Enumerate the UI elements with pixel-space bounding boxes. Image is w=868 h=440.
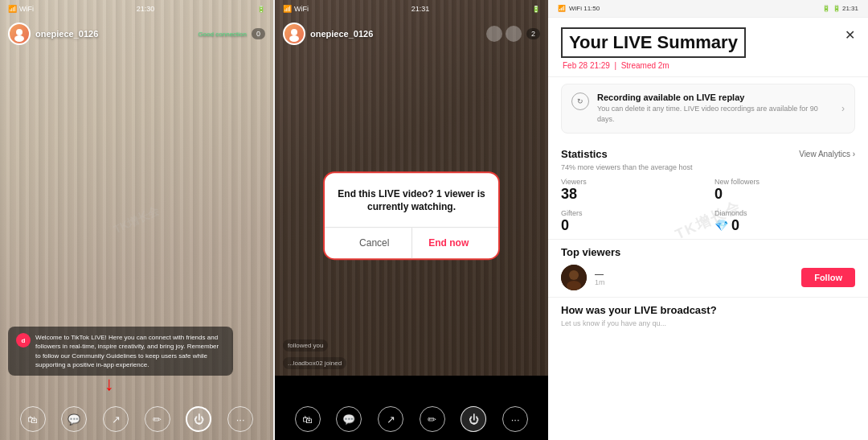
recording-description: You can delete it any time. LIVE video r… <box>597 104 833 124</box>
summary-signal-icon: 📶 <box>558 5 566 12</box>
phone2-shop-icon[interactable]: 🛍 <box>295 406 321 432</box>
svg-point-3 <box>289 35 299 42</box>
viewers-stat: Viewers 38 <box>561 178 702 203</box>
stats-subtitle: 74% more viewers than the average host <box>561 163 855 171</box>
summary-date: Feb 28 21:29 <box>563 61 610 70</box>
phone2-wifi-icon: WiFi <box>294 5 309 13</box>
comment-icon[interactable]: 💬 <box>61 406 87 432</box>
diamonds-stat: Diamonds 💎 0 <box>714 209 855 234</box>
svg-point-6 <box>567 281 581 290</box>
new-followers-stat: New followers 0 <box>714 178 855 203</box>
feedback-title: How was your LIVE broadcast? <box>561 304 855 316</box>
statistics-section: Statistics View Analytics › 74% more vie… <box>548 140 868 239</box>
cancel-button[interactable]: Cancel <box>338 228 412 258</box>
phone2-share-icon[interactable]: ↗ <box>378 406 403 432</box>
svg-point-1 <box>14 35 24 42</box>
summary-status-time: WiFi 11:50 <box>569 5 600 12</box>
view-analytics-link[interactable]: View Analytics › <box>799 150 855 158</box>
stats-title: Statistics <box>561 148 608 160</box>
phone1-status-bar: 📶 WiFi 21:30 🔋 <box>0 0 273 18</box>
phone2-username: onepiece_0126 <box>310 29 373 39</box>
summary-title-block: Your LIVE Summary Feb 28 21:29 | Streame… <box>561 27 746 70</box>
phone2-header: onepiece_0126 2 <box>275 18 548 50</box>
top-viewers-section: Top viewers — 1m Follow <box>548 239 868 297</box>
viewer-avatar <box>561 265 587 290</box>
top-viewer-row: — 1m Follow <box>561 265 855 290</box>
phone1-wifi-icon: WiFi <box>19 5 34 13</box>
phone2-power-button[interactable]: ⏻ <box>461 406 486 432</box>
phone2-avatar <box>283 23 305 45</box>
summary-status-bar: 📶 WiFi 11:50 🔋 🔋 21:31 <box>548 0 868 18</box>
dialog-title: End this LIVE video? 1 viewer is current… <box>338 187 485 215</box>
shop-icon[interactable]: 🛍 <box>20 406 46 432</box>
edit-icon[interactable]: ✏ <box>145 406 170 432</box>
summary-streamed: Streamed 2m <box>621 61 669 70</box>
dialog-buttons: Cancel End now <box>338 228 485 258</box>
more-icon[interactable]: ··· <box>227 406 253 432</box>
feedback-section: How was your LIVE broadcast? Let us know… <box>548 297 868 334</box>
svg-point-5 <box>569 270 579 280</box>
diamond-icon: 💎 <box>714 219 728 232</box>
top-viewers-title: Top viewers <box>561 246 855 258</box>
summary-header: Your LIVE Summary Feb 28 21:29 | Streame… <box>548 18 868 77</box>
phone2-status-right: 🔋 <box>532 6 540 13</box>
gifters-value: 0 <box>561 217 702 234</box>
viewers-label: Viewers <box>561 178 702 186</box>
new-followers-value: 0 <box>714 186 855 203</box>
replay-icon: ↻ <box>571 93 589 110</box>
phone2-edit-icon[interactable]: ✏ <box>420 406 445 432</box>
gifters-label: Gifters <box>561 209 702 217</box>
stats-grid: Viewers 38 New followers 0 Gifters 0 Dia… <box>561 178 855 234</box>
phone2-header-right: 2 <box>486 26 540 42</box>
phone1-status-right: 🔋 <box>257 6 265 13</box>
phone2-status-left: 📶 WiFi <box>283 5 309 13</box>
svg-point-0 <box>16 29 23 35</box>
welcome-text: Welcome to TikTok LIVE! Here you can con… <box>35 333 225 369</box>
live-summary-subtitle: Feb 28 21:29 | Streamed 2m <box>561 61 746 70</box>
phone1-username: onepiece_0126 <box>35 29 98 39</box>
chat-message-2: ...loadbox02 joined <box>283 357 346 369</box>
phone2-toolbar[interactable]: 🛍 💬 ↗ ✏ ⏻ ··· <box>275 406 548 432</box>
recording-title: Recording available on LIVE replay <box>597 93 833 102</box>
diamonds-label: Diamonds <box>714 209 855 217</box>
end-now-button[interactable]: End now <box>412 228 486 258</box>
phone1-header: onepiece_0126 Good connection 0 <box>0 18 273 50</box>
viewer-info: — 1m <box>595 269 793 286</box>
close-button[interactable]: ✕ <box>845 27 855 43</box>
recording-banner[interactable]: ↻ Recording available on LIVE replay You… <box>561 84 855 133</box>
viewers-value: 38 <box>561 186 702 203</box>
phone1-welcome-message: d Welcome to TikTok LIVE! Here you can c… <box>8 327 233 376</box>
phone2-avatar-small2 <box>506 26 522 42</box>
phone2-status-bar: 📶 WiFi 21:31 🔋 <box>275 0 548 18</box>
phone1-battery-icon: 🔋 <box>257 6 265 13</box>
phone1-frame: 📶 WiFi 21:30 🔋 onepiece_0126 Good connec… <box>0 0 273 440</box>
svg-point-2 <box>291 29 297 35</box>
viewer-name: — <box>595 269 793 278</box>
phone1-viewer-count: 0 <box>252 28 265 39</box>
phone1-signal-icon: 📶 <box>8 5 17 13</box>
new-followers-label: New followers <box>714 178 855 186</box>
phone1-connection: Good connection <box>198 31 247 38</box>
recording-chevron-icon: › <box>841 103 845 114</box>
phone2-comment-icon[interactable]: 💬 <box>336 406 362 432</box>
phone2-time: 21:31 <box>411 5 430 13</box>
power-button[interactable]: ⏻ <box>186 406 211 432</box>
phone1-time: 21:30 <box>137 5 155 13</box>
phone2-chat: followed you ...loadbox02 joined <box>283 336 540 372</box>
summary-status-right: 🔋 🔋 21:31 <box>822 5 858 12</box>
phone1-user-info: onepiece_0126 <box>8 23 98 45</box>
end-live-dialog: End this LIVE video? 1 viewer is current… <box>323 171 500 261</box>
gifters-stat: Gifters 0 <box>561 209 702 234</box>
phone1-avatar <box>8 23 31 45</box>
tiktok-icon: d <box>16 333 31 347</box>
follow-button[interactable]: Follow <box>801 268 855 287</box>
recording-text: Recording available on LIVE replay You c… <box>597 93 833 124</box>
share-icon[interactable]: ↗ <box>103 406 129 432</box>
chat-message-1: followed you <box>283 339 328 352</box>
live-summary-title: Your LIVE Summary <box>561 27 746 58</box>
phone1-toolbar[interactable]: 🛍 💬 ↗ ✏ ⏻ ··· <box>0 406 273 432</box>
live-summary-panel: 📶 WiFi 11:50 🔋 🔋 21:31 Your LIVE Summary… <box>548 0 868 440</box>
phone2-more-icon[interactable]: ··· <box>502 406 528 432</box>
diamonds-value: 💎 0 <box>714 217 855 234</box>
phone2-battery-icon: 🔋 <box>532 6 540 13</box>
